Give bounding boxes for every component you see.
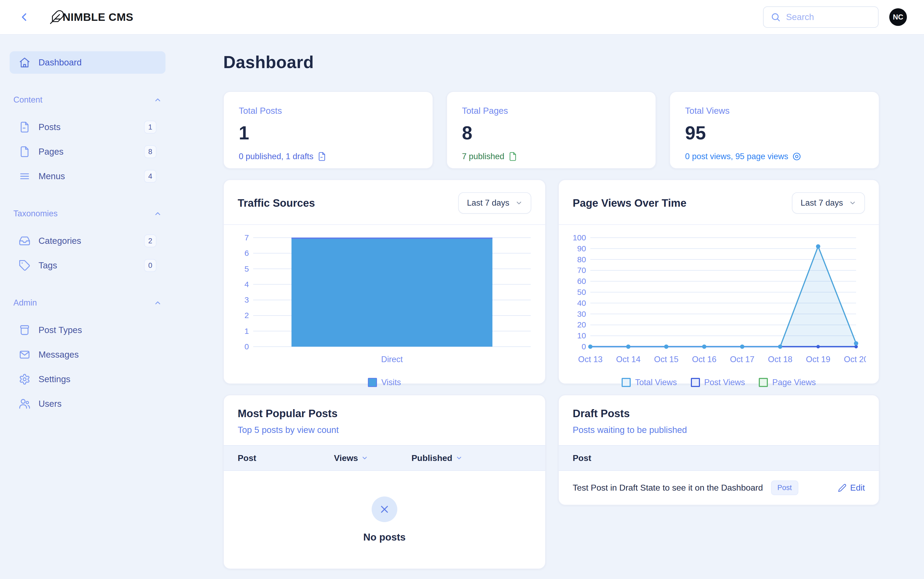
range-label: Last 7 days xyxy=(467,198,509,208)
chevron-down-icon xyxy=(849,199,857,207)
draft-table-header: Post xyxy=(559,445,879,471)
svg-text:0: 0 xyxy=(581,342,586,351)
sidebar-item-pages[interactable]: Pages 8 xyxy=(10,141,166,163)
stat-subtitle: 0 published, 1 drafts xyxy=(239,152,418,161)
svg-text:Oct 15: Oct 15 xyxy=(654,355,678,364)
sidebar-item-messages[interactable]: Messages xyxy=(10,343,166,366)
svg-text:2: 2 xyxy=(245,311,249,320)
sidebar-item-post-types[interactable]: Post Types xyxy=(10,319,166,341)
column-views-sort[interactable]: Views xyxy=(334,453,412,463)
card-title: Draft Posts xyxy=(573,407,865,420)
legend-label: Total Views xyxy=(635,378,677,387)
svg-text:6: 6 xyxy=(245,249,249,257)
chevron-up-icon xyxy=(154,96,162,104)
svg-text:5: 5 xyxy=(245,264,249,273)
count-badge: 2 xyxy=(144,234,156,247)
stat-label: Total Pages xyxy=(462,106,641,116)
chevron-left-icon xyxy=(18,11,31,23)
chevron-down-icon xyxy=(361,455,368,461)
menu-icon xyxy=(19,170,31,182)
svg-text:20: 20 xyxy=(577,320,586,329)
draft-post-row: Test Post in Draft State to see it on th… xyxy=(559,471,879,505)
search-input[interactable] xyxy=(786,12,900,22)
mail-icon xyxy=(19,349,31,361)
stat-card-total-posts: Total Posts 1 0 published, 1 drafts xyxy=(223,92,433,169)
tables-row: Most Popular Posts Top 5 posts by view c… xyxy=(223,395,879,569)
sidebar-item-dashboard[interactable]: Dashboard xyxy=(10,51,166,74)
search-icon xyxy=(771,12,781,22)
svg-text:Oct 14: Oct 14 xyxy=(616,355,640,364)
sidebar-item-label: Dashboard xyxy=(38,57,156,67)
svg-text:80: 80 xyxy=(577,255,586,264)
stat-subtitle: 7 published xyxy=(462,152,641,161)
edit-button[interactable]: Edit xyxy=(838,483,865,493)
column-published-sort[interactable]: Published xyxy=(412,453,531,463)
svg-text:Oct 13: Oct 13 xyxy=(578,355,602,364)
draft-post-title: Test Post in Draft State to see it on th… xyxy=(573,483,763,493)
sidebar-item-label: Messages xyxy=(38,350,156,360)
svg-text:Oct 20: Oct 20 xyxy=(844,355,866,364)
traffic-range-select[interactable]: Last 7 days xyxy=(458,192,531,214)
stat-subtitle: 0 post views, 95 page views xyxy=(685,152,864,161)
sidebar-item-users[interactable]: Users xyxy=(10,393,166,415)
sidebar-section-content[interactable]: Content xyxy=(10,95,166,105)
legend-swatch xyxy=(691,378,700,387)
legend-swatch xyxy=(368,378,377,387)
topbar: NIMBLE CMS NC xyxy=(0,0,924,35)
svg-text:40: 40 xyxy=(577,299,586,307)
card-title: Page Views Over Time xyxy=(573,197,686,209)
inbox-icon xyxy=(19,235,31,247)
sidebar-section-admin[interactable]: Admin xyxy=(10,298,166,307)
back-button[interactable] xyxy=(17,10,31,24)
legend-item-page-views: Page Views xyxy=(759,378,816,387)
column-post: Post xyxy=(238,453,334,463)
sidebar-item-posts[interactable]: Posts 1 xyxy=(10,116,166,138)
file-text-icon xyxy=(317,152,327,161)
file-text-icon xyxy=(19,121,31,133)
chevron-up-icon xyxy=(154,299,162,307)
stat-card-total-pages: Total Pages 8 7 published xyxy=(446,92,656,169)
file-icon xyxy=(19,146,31,157)
chevron-down-icon xyxy=(515,199,523,207)
x-icon xyxy=(379,504,391,515)
card-subtitle: Top 5 posts by view count xyxy=(238,425,531,435)
popular-empty-state: No posts xyxy=(224,471,545,569)
legend-label: Post Views xyxy=(704,378,745,387)
legend-item-post-views: Post Views xyxy=(691,378,745,387)
sidebar-item-settings[interactable]: Settings xyxy=(10,368,166,391)
sidebar-item-label: Settings xyxy=(38,374,156,384)
popular-table-header: Post Views Published xyxy=(224,445,545,471)
most-popular-posts-card: Most Popular Posts Top 5 posts by view c… xyxy=(223,395,546,569)
stat-subtitle-text: 0 post views, 95 page views xyxy=(685,152,788,161)
stat-label: Total Views xyxy=(685,106,864,116)
chevron-down-icon xyxy=(456,455,463,461)
empty-state-circle xyxy=(372,496,397,522)
page-views-card: Page Views Over Time Last 7 days 0102030… xyxy=(558,180,879,384)
pageviews-range-select[interactable]: Last 7 days xyxy=(792,192,865,214)
file-icon xyxy=(508,152,518,161)
search-box[interactable] xyxy=(763,7,878,28)
traffic-bar-chart-svg: 76543210Direct xyxy=(238,232,532,376)
stat-subtitle-text: 7 published xyxy=(462,152,504,161)
sidebar-item-label: Tags xyxy=(38,260,144,270)
card-title: Most Popular Posts xyxy=(238,407,531,420)
sidebar-item-label: Users xyxy=(38,399,156,409)
svg-text:4: 4 xyxy=(245,280,249,289)
sidebar-item-categories[interactable]: Categories 2 xyxy=(10,230,166,252)
svg-text:90: 90 xyxy=(577,244,586,253)
sidebar-section-taxonomies[interactable]: Taxonomies xyxy=(10,209,166,218)
avatar[interactable]: NC xyxy=(889,8,907,26)
traffic-legend: Visits xyxy=(238,378,531,387)
empty-state-text: No posts xyxy=(363,532,405,543)
sidebar-item-tags[interactable]: Tags 0 xyxy=(10,254,166,277)
app-name: NIMBLE CMS xyxy=(62,11,133,23)
section-label: Taxonomies xyxy=(13,209,57,218)
legend-label: Visits xyxy=(381,378,401,387)
edit-label: Edit xyxy=(850,483,865,493)
stat-subtitle-text: 0 published, 1 drafts xyxy=(239,152,313,161)
svg-text:7: 7 xyxy=(245,233,249,242)
pageviews-line-chart-svg: 0102030405060708090100Oct 13Oct 14Oct 15… xyxy=(573,232,866,376)
stat-card-row: Total Posts 1 0 published, 1 drafts Tota… xyxy=(223,92,879,169)
svg-text:50: 50 xyxy=(577,288,586,296)
sidebar-item-menus[interactable]: Menus 4 xyxy=(10,165,166,188)
